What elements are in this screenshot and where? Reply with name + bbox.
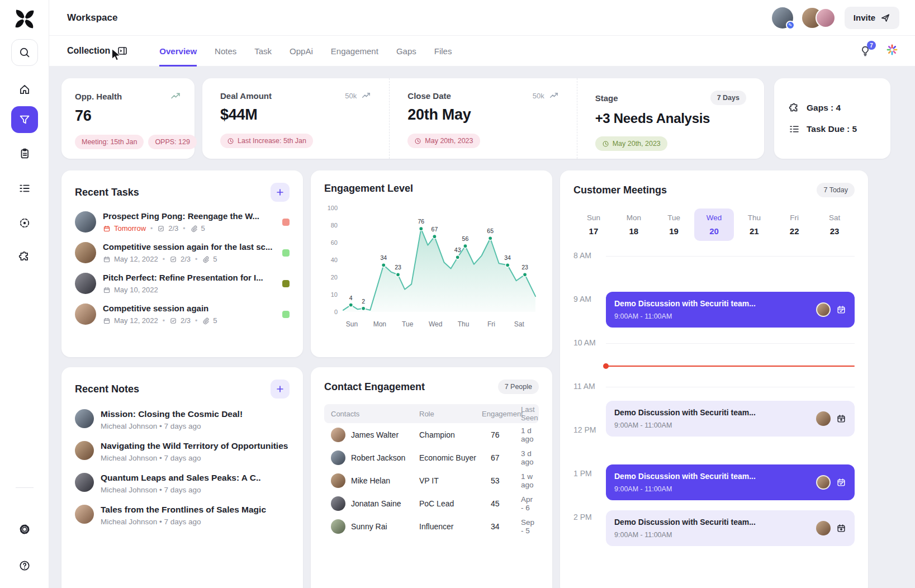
avatar <box>816 302 831 317</box>
sidebar-divider <box>16 487 34 488</box>
recent-notes-title: Recent Notes <box>75 383 139 395</box>
task-row[interactable]: Competitive session again May 12, 2022 •… <box>75 304 290 325</box>
search-icon[interactable] <box>11 39 38 66</box>
avatar <box>75 409 94 428</box>
day-fri[interactable]: Fri22 <box>774 208 814 241</box>
member-avatars[interactable] <box>802 8 836 28</box>
avatar <box>331 496 345 511</box>
tab-bar: Overview Notes Task OppAi Engagement Gap… <box>159 36 452 67</box>
calendar-icon <box>103 225 111 233</box>
top-bar: Workspace ✎ Invite <box>49 0 915 36</box>
tab-overview[interactable]: Overview <box>159 36 197 67</box>
collection-toggle[interactable]: Collection <box>67 45 128 56</box>
time-label: 8 AM <box>573 251 591 260</box>
close-date-stat: Close Date 50k 20th May May 20th, 2023 <box>389 78 576 159</box>
svg-text:20: 20 <box>331 274 338 281</box>
svg-text:Sat: Sat <box>514 320 525 328</box>
svg-text:23: 23 <box>521 264 528 271</box>
day-wed-selected[interactable]: Wed20 <box>694 208 734 241</box>
contact-engagement-card: Contact Engagement 7 People Contacts Rol… <box>311 367 552 588</box>
contact-row[interactable]: Jonatan Saine PoC Lead 45 Apr - 6 <box>324 492 539 515</box>
recent-notes-card: Recent Notes Mission: Closing the Cosmic… <box>61 367 303 588</box>
svg-text:4: 4 <box>349 295 353 301</box>
avatar <box>75 505 94 524</box>
svg-text:Tue: Tue <box>402 320 414 328</box>
tab-notes[interactable]: Notes <box>215 36 236 67</box>
svg-text:34: 34 <box>504 254 511 261</box>
notes-icon[interactable] <box>11 140 38 167</box>
avatar <box>816 8 836 28</box>
contact-row[interactable]: Mike Helan VP IT 53 1 w ago <box>324 469 539 492</box>
contact-row[interactable]: Robert Jackson Economic Buyer 67 3 d ago <box>324 446 539 469</box>
svg-text:34: 34 <box>380 254 387 261</box>
time-label: 9 AM <box>573 295 591 304</box>
task-row[interactable]: Competitive session again for the last s… <box>75 242 290 263</box>
day-mon[interactable]: Mon18 <box>614 208 654 241</box>
customer-meetings-title: Customer Meetings <box>573 184 667 196</box>
help-icon[interactable] <box>11 552 38 579</box>
note-row[interactable]: Tales from the Frontlines of Sales Magic… <box>75 505 290 526</box>
task-due-row[interactable]: Task Due : 5 <box>789 124 876 135</box>
stage-date-badge: May 20th, 2023 <box>595 136 667 151</box>
svg-text:23: 23 <box>395 264 401 271</box>
puzzle-icon[interactable] <box>11 243 38 270</box>
meeting-event[interactable]: Demo Discussion with Securiti team...9:0… <box>606 510 855 546</box>
today-count-badge: 7 Today <box>817 183 855 197</box>
stat-title: Stage <box>595 93 618 103</box>
note-row[interactable]: Mission: Closing the Cosmic Deal! Michea… <box>75 409 290 430</box>
contact-row[interactable]: James Walter Champion 76 1 d ago <box>324 423 539 446</box>
svg-text:80: 80 <box>331 222 338 229</box>
home-icon[interactable] <box>11 76 38 103</box>
ideas-bulb-icon[interactable]: 7 <box>859 45 871 57</box>
meeting-event[interactable]: Demo Discussion with Securiti team...9:0… <box>606 292 855 328</box>
gaps-count-row[interactable]: Gaps : 4 <box>789 102 876 113</box>
avatar <box>816 521 831 535</box>
apps-color-asterisk-icon[interactable] <box>886 44 898 58</box>
hour-line <box>606 387 855 387</box>
day-thu[interactable]: Thu21 <box>734 208 774 241</box>
tab-task[interactable]: Task <box>254 36 272 67</box>
svg-text:40: 40 <box>331 257 338 263</box>
stat-title: Deal Amount <box>220 91 272 101</box>
meeting-event[interactable]: Demo Discussion with Securiti team...9:0… <box>606 464 855 500</box>
opportunities-filter-icon[interactable] <box>11 106 38 133</box>
tab-gaps[interactable]: Gaps <box>396 36 416 67</box>
paperclip-icon <box>202 255 210 263</box>
tab-files[interactable]: Files <box>434 36 452 67</box>
send-icon <box>880 13 890 23</box>
avatar <box>816 411 831 426</box>
check-square-icon <box>169 317 177 325</box>
gaps-count: Gaps : 4 <box>807 103 841 113</box>
task-row[interactable]: Prospect Ping Pong: Reengage the W... To… <box>75 211 290 233</box>
tab-oppai[interactable]: OppAi <box>290 36 313 67</box>
avatar <box>75 211 96 233</box>
svg-text:Sun: Sun <box>346 320 358 328</box>
add-note-button[interactable] <box>271 380 290 399</box>
target-icon[interactable] <box>11 210 38 236</box>
invite-button[interactable]: Invite <box>845 7 899 29</box>
svg-text:65: 65 <box>487 227 494 234</box>
checklist-icon <box>789 124 800 135</box>
task-row[interactable]: Pitch Perfect: Refine Presentation for I… <box>75 273 290 294</box>
avatar <box>75 473 94 492</box>
settings-gear-icon[interactable] <box>11 516 38 543</box>
collection-label: Collection <box>67 46 110 56</box>
task-due-count: Task Due : 5 <box>807 124 857 134</box>
day-tue[interactable]: Tue19 <box>654 208 694 241</box>
status-dot <box>282 280 290 287</box>
status-dot <box>282 311 290 318</box>
calendar-icon <box>103 286 111 294</box>
user-avatar[interactable]: ✎ <box>772 7 793 29</box>
contact-row[interactable]: Sunny Rai Influencer 34 Sep - 5 <box>324 515 539 538</box>
note-row[interactable]: Navigating the Wild Territory of Opportu… <box>75 441 290 462</box>
tab-engagement[interactable]: Engagement <box>331 36 378 67</box>
close-date-badge: May 20th, 2023 <box>407 134 480 148</box>
meeting-event[interactable]: Demo Discussion with Securiti team...9:0… <box>606 401 855 437</box>
day-sun[interactable]: Sun17 <box>573 208 614 241</box>
tasks-icon[interactable] <box>11 175 38 202</box>
calendar-check-icon <box>836 305 846 315</box>
day-sat[interactable]: Sat23 <box>814 208 855 241</box>
add-task-button[interactable] <box>271 183 290 202</box>
paperclip-icon <box>202 317 210 325</box>
calendar-add-icon <box>836 523 846 533</box>
